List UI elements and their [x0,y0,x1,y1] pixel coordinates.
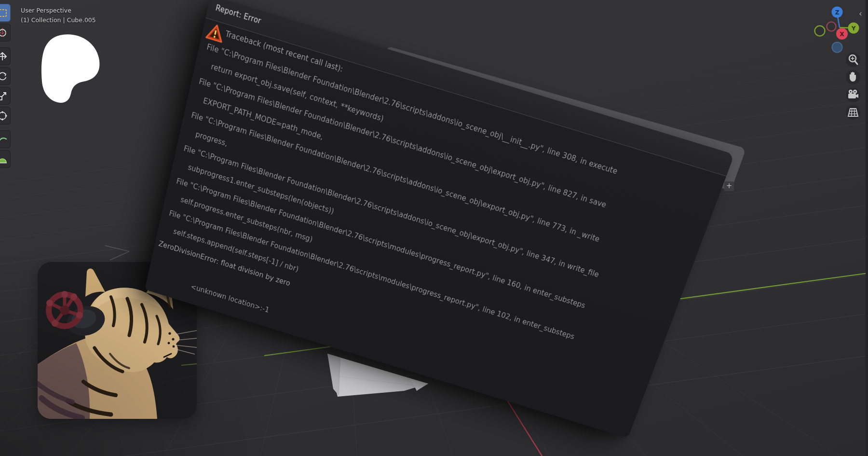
expand-plus-widget[interactable]: + [724,181,734,191]
tool-sidebar [0,4,11,168]
add-primitive-icon [0,154,8,165]
move-icon [0,51,8,62]
rotate-icon [0,71,8,82]
view-perspective-label: User Perspective [21,6,96,15]
select-box-icon [0,8,8,18]
transform-gizmo-icon [0,111,8,121]
blender-3d-viewport[interactable]: Report: Error Traceback (most recent cal… [0,0,868,456]
collection-object-label: (1) Collection | Cube.005 [21,15,96,25]
right-edge-strip [866,0,868,456]
toolbar-button-cursor[interactable] [0,24,11,41]
toolbar-button-scale[interactable] [0,87,11,105]
camera-view-icon[interactable] [846,88,860,102]
gizmo-axis-neg-x[interactable] [827,22,836,31]
perspective-grid-icon[interactable] [846,105,860,120]
cursor-icon [0,28,8,38]
viewport-overlay-text: User Perspective (1) Collection | Cube.0… [21,6,96,25]
sidebar-collapse-chevron-icon[interactable]: ‹ [859,9,862,18]
toolbar-button-transform[interactable] [0,107,11,124]
gizmo-axis-x[interactable]: X [836,28,848,40]
annotate-icon [0,134,8,145]
white-blob-annotation [38,34,101,105]
toolbar-button-add-primitive[interactable] [0,150,11,168]
svg-text:Y: Y [851,25,856,32]
toolbar-button-rotate[interactable] [0,67,11,85]
zoom-icon[interactable] [846,53,860,67]
toolbar-button-select-box[interactable] [0,4,11,22]
gizmo-axis-y[interactable]: Y [848,23,859,34]
scale-icon [0,91,8,101]
viewport-nav-icons [841,48,866,125]
gizmo-axis-neg-y[interactable] [815,26,825,36]
pan-hand-icon[interactable] [846,70,860,84]
toolbar-button-move[interactable] [0,47,11,65]
gizmo-axis-z[interactable]: Z [832,7,843,18]
svg-text:Z: Z [835,9,840,16]
svg-text:X: X [840,31,844,38]
toolbar-button-annotate[interactable] [0,130,11,148]
